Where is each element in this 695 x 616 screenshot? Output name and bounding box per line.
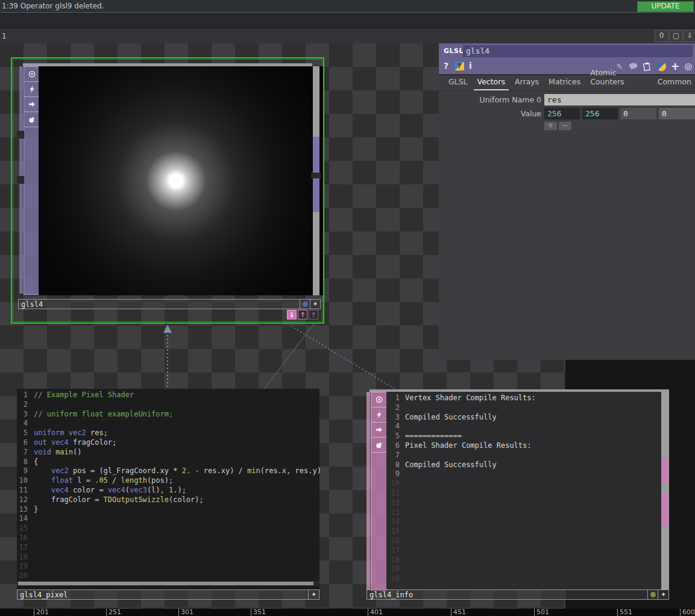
code-line: 14: [17, 514, 319, 524]
uniform-name-label[interactable]: Uniform Name 0: [439, 95, 541, 104]
code-line: 20: [17, 571, 319, 581]
value-label[interactable]: Value: [439, 109, 541, 118]
value-field-0[interactable]: 256: [544, 108, 580, 119]
code-line: 19: [17, 562, 319, 571]
scrollbar-segment: [662, 457, 668, 484]
node-glsl4[interactable]: glsl4 ✦ ↓ ↑ ↑: [11, 57, 324, 324]
info-star-icon[interactable]: ✦: [658, 590, 668, 599]
info-line: 17: [386, 546, 661, 556]
info-line: 3Compiled Successfully: [386, 413, 661, 423]
dat-down-arrow-button[interactable]: ↓: [287, 310, 297, 319]
code-line: 11 vec4 color = vec4(vec3(l), 1.);: [17, 486, 319, 495]
code-line: 3// uniform float exampleUniform;: [17, 410, 319, 420]
code-line: 6out vec4 fragColor;: [17, 438, 319, 448]
value-field-1[interactable]: 256: [582, 108, 618, 119]
info-flag-column: [371, 392, 387, 591]
tab-arrays[interactable]: Arrays: [511, 75, 542, 90]
code-hscrollbar[interactable]: [17, 581, 319, 586]
value-field-2[interactable]: 0: [620, 108, 656, 119]
code-lines: 1// Example Pixel Shader23// uniform flo…: [17, 389, 319, 581]
bomb-icon[interactable]: [24, 112, 39, 127]
ruler-tick: 501: [534, 609, 549, 616]
code-star-icon[interactable]: ✦: [308, 590, 319, 599]
info-line: 12: [386, 498, 661, 508]
dat-up-arrow-button-dim[interactable]: ↑: [309, 310, 318, 319]
tab-vectors[interactable]: Vectors: [474, 75, 509, 90]
dock-arrow-icon[interactable]: ⇩: [684, 30, 695, 42]
code-line: 1// Example Pixel Shader: [17, 391, 319, 400]
touchdesigner-window: 1:39 Operator glsl9 deleted. UPDATE 1 0 …: [0, 0, 695, 616]
operator-type-label: GLSL: [444, 47, 464, 55]
frame-ruler[interactable]: 201251301351401451501551600: [0, 609, 695, 616]
info-line: 11: [386, 489, 661, 498]
operator-name-field[interactable]: glsl4: [463, 45, 693, 57]
info-line: 8Compiled Successfully: [386, 460, 661, 470]
op-snippets-icon[interactable]: ?: [454, 61, 464, 71]
status-bar: 1:39 Operator glsl9 deleted. UPDATE: [0, 0, 695, 13]
add-uniform-button[interactable]: +: [544, 122, 557, 130]
status-message: 1:39 Operator glsl9 deleted.: [2, 2, 104, 10]
python-icon[interactable]: [656, 61, 667, 72]
ruler-tick: 201: [34, 609, 49, 616]
output-connector[interactable]: [311, 172, 321, 178]
node-viewer-glow[interactable]: [39, 66, 323, 295]
info-line: 20: [386, 574, 661, 584]
target-icon[interactable]: ◎: [683, 61, 694, 72]
info-line: 1Vertex Shader Compile Results:: [386, 394, 661, 403]
code-editor-glsl4-pixel[interactable]: 1// Example Pixel Shader23// uniform flo…: [17, 389, 319, 589]
info-line: 16: [386, 536, 661, 546]
info-node-name-bar[interactable]: glsl4_info ✦: [366, 589, 669, 600]
viewer-circle-icon[interactable]: [24, 67, 39, 82]
arrow-right-icon[interactable]: [24, 97, 39, 112]
help-icon[interactable]: ?: [444, 61, 448, 71]
code-line: 9 vec2 pos = (gl_FragCoord.xy * 2. - res…: [17, 467, 319, 476]
lightning-icon[interactable]: [371, 407, 386, 423]
window-icon[interactable]: ▢: [669, 30, 683, 42]
dat-up-arrow-button[interactable]: ↑: [298, 310, 307, 319]
lightning-icon[interactable]: [24, 82, 39, 97]
info-line: 5=============: [386, 432, 661, 441]
parameter-panel-iconrow: ? ? i ✎ + ◎: [439, 59, 695, 75]
viewer-circle-icon[interactable]: [371, 392, 386, 407]
node-right-strip: [313, 66, 319, 295]
viewer-flag-dot[interactable]: [300, 300, 310, 309]
info-line: 19: [386, 565, 661, 574]
input-connector[interactable]: [17, 176, 24, 184]
node-star-icon[interactable]: ✦: [310, 300, 320, 309]
node-name-bar[interactable]: glsl4 ✦: [18, 299, 321, 309]
info-line: 15: [386, 527, 661, 536]
code-node-name-bar[interactable]: glsl4_pixel ✦: [17, 589, 319, 600]
info-flag-dot[interactable]: [647, 590, 658, 599]
ruler-tick: 251: [106, 609, 121, 616]
info-line: 7: [386, 451, 661, 460]
code-line: 13}: [17, 505, 319, 515]
scrollbar-segment: [662, 493, 668, 526]
tab-matrices[interactable]: Matrices: [545, 75, 584, 90]
bomb-icon[interactable]: [371, 438, 386, 453]
tab-atomic-counters[interactable]: Atomic Counters: [587, 66, 652, 90]
code-node-name: glsl4_pixel: [17, 591, 308, 599]
input-connector[interactable]: [17, 131, 24, 139]
uniform-name-field[interactable]: res: [544, 94, 695, 105]
info-dat-content[interactable]: 1Vertex Shader Compile Results:23Compile…: [386, 392, 661, 589]
parameter-panel-header: GLSL glsl4: [439, 43, 695, 59]
ruler-tick: 401: [368, 609, 383, 616]
info-scrollbar[interactable]: [661, 392, 669, 589]
top-spacer: [0, 13, 695, 28]
count-button[interactable]: 0: [655, 30, 668, 42]
update-button[interactable]: UPDATE: [637, 1, 694, 12]
remove-uniform-button[interactable]: −: [559, 122, 571, 130]
add-icon[interactable]: +: [670, 61, 681, 72]
ruler-tick: 551: [617, 609, 632, 616]
info-icon[interactable]: i: [469, 61, 472, 71]
info-line: 13: [386, 508, 661, 518]
code-line: 12 fragColor = TDOutputSwizzle(color);: [17, 495, 319, 505]
code-line: 15: [17, 524, 319, 533]
value-field-3[interactable]: 0: [659, 108, 695, 119]
code-line: 18: [17, 553, 319, 562]
ruler-tick: 351: [251, 609, 266, 616]
tab-common[interactable]: Common: [654, 75, 695, 90]
node-flag-column: [24, 66, 40, 295]
arrow-right-icon[interactable]: [371, 423, 386, 438]
tab-glsl[interactable]: GLSL: [445, 75, 471, 90]
